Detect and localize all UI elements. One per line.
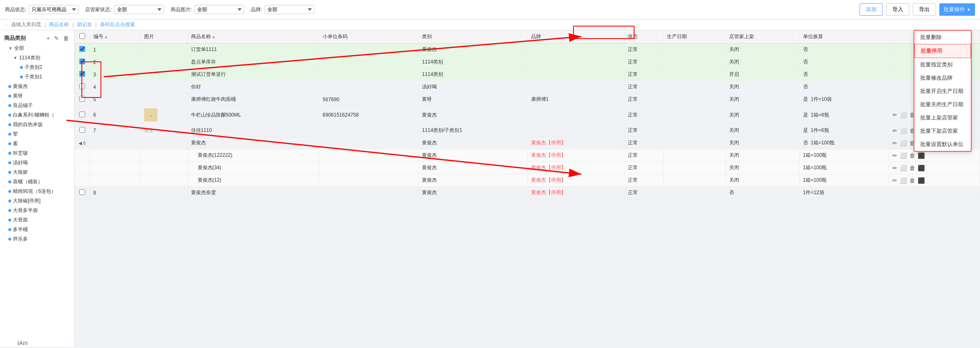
sidebar-item-daguduo[interactable]: 大骨多半袋 (2, 206, 74, 215)
sidebar-item-kazhiboo[interactable]: 咔芝啵 (2, 148, 74, 158)
sidebar-item-label: 大骨面 (13, 217, 28, 224)
export-button[interactable]: 导出 (913, 3, 936, 16)
cell-category: 黄俊杰 (419, 174, 527, 187)
copy-icon[interactable]: ⬜ (900, 112, 907, 118)
cell-proddate (664, 81, 726, 93)
more-icon[interactable]: ⬛ (918, 177, 925, 184)
sidebar-item-dagumian[interactable]: 大骨面 (2, 215, 74, 225)
table-row: 2 盘点单库存 1114类别 正常 关闭 否 (75, 56, 980, 68)
sidebar-item-dalaijiao-stop[interactable]: 大辣椒[停用] (2, 196, 74, 206)
sidebar-item-huangya[interactable]: 黄呀 (2, 91, 74, 101)
cell-shopon: 关闭 (725, 174, 799, 187)
more-icon[interactable]: ⬛ (918, 165, 925, 171)
row-checkbox[interactable] (79, 71, 85, 77)
batch-disable-item[interactable]: 批量停用 (914, 44, 971, 58)
sidebar-item-su[interactable]: 素 (2, 139, 74, 148)
link-barcode[interactable]: 条码后点击搜索 (100, 21, 135, 28)
sidebar-item-liangpin[interactable]: 良品铺子 (2, 101, 74, 110)
delete-icon[interactable]: 🗑 (909, 177, 915, 184)
batch-shelf-on-item[interactable]: 批量上架店管家 (914, 111, 971, 124)
minus-icon: ▼ (13, 56, 17, 60)
sidebar-item-duobantong[interactable]: 多半桶 (2, 225, 74, 234)
sidebar-item-xiluo[interactable]: 喜螺（桶装） (2, 177, 74, 187)
cell-barcode (319, 81, 419, 93)
copy-icon[interactable]: ⬜ (900, 165, 907, 171)
cell-proddate (664, 106, 726, 124)
shop-status-select[interactable]: 全部 (114, 5, 164, 14)
edit-icon[interactable]: ✏ (892, 112, 897, 118)
sidebar-item-all[interactable]: ▼ 全部 (2, 44, 74, 53)
batch-open-proddate-item[interactable]: 批量开启生产日期 (914, 85, 971, 98)
main-layout: 商品类别 + ✎ 🗑 ▼ 全部 ▼ 1114类别 (0, 30, 980, 347)
edit-icon[interactable]: ✏ (892, 127, 897, 134)
sidebar-item-huangjunjie[interactable]: 黄俊杰 (2, 82, 74, 91)
batch-brand-item[interactable]: 批量修改品牌 (914, 71, 971, 85)
copy-icon[interactable]: ⬜ (900, 127, 907, 134)
product-image-select[interactable]: 全部 (194, 5, 244, 14)
row-checkbox[interactable] (79, 83, 85, 89)
cell-barcode (319, 44, 419, 56)
delete-icon[interactable]: 🗑 (909, 165, 915, 171)
sidebar-item-1114[interactable]: ▼ 1114类别 (7, 53, 74, 63)
expand-icon[interactable]: ◀ 8 (78, 141, 86, 146)
cell-shopon: 开启 (725, 68, 799, 81)
copy-icon[interactable]: ⬜ (900, 140, 907, 146)
import-button[interactable]: 导入 (886, 3, 909, 16)
row-checkbox[interactable] (79, 127, 85, 133)
edit-icon[interactable]: ✏ (892, 152, 897, 159)
row-checkbox[interactable] (79, 58, 85, 64)
sidebar-item-baixiang[interactable]: 白象系列-螺蛳粉（ (2, 110, 74, 120)
sidebar-item-jingdun[interactable]: 精炖90克（6连包） (2, 187, 74, 196)
sidebar-item-subcat1[interactable]: 子类别1 (13, 72, 74, 82)
more-icon[interactable]: ⬛ (918, 152, 925, 159)
brand-disabled: 黄俊杰【停用】 (531, 152, 566, 158)
brand-label: 品牌: (251, 6, 262, 13)
copy-icon[interactable]: ⬜ (900, 152, 907, 159)
cell-shopon: 关闭 (725, 124, 799, 137)
cell-status: 正常 (624, 81, 664, 93)
cell-brand (527, 44, 624, 56)
cell-category: 1114类别 (419, 56, 527, 68)
add-button[interactable]: 添加 (860, 3, 883, 16)
sidebar-subgroup: 子类别2 子类别1 (7, 63, 74, 82)
brand-select[interactable]: 全部 (265, 5, 314, 14)
delete-category-button[interactable]: 🗑 (62, 34, 70, 42)
add-category-button[interactable]: + (45, 34, 51, 42)
sidebar-item-dalajiao[interactable]: 大辣娇 (2, 168, 74, 177)
batch-shelf-off-item[interactable]: 批量下架店管家 (914, 124, 971, 138)
link-mnemonic[interactable]: 助记名 (77, 21, 92, 28)
batch-default-unit-item[interactable]: 批量设置默认单位 (914, 138, 971, 151)
edit-icon[interactable]: ✏ (892, 165, 897, 171)
edit-icon[interactable]: ✏ (892, 140, 897, 146)
cell-status: 正常 (624, 56, 664, 68)
row-checkbox[interactable] (79, 96, 85, 102)
row-checkbox[interactable] (79, 189, 85, 195)
link-product-name[interactable]: 商品名称 (49, 21, 69, 28)
sidebar-item-label: 黄俊杰 (13, 83, 28, 90)
copy-icon[interactable]: ⬜ (900, 177, 907, 184)
link-continuous[interactable]: 连续入库归昆 (11, 21, 41, 28)
sidebar-item-hun[interactable]: 荤 (2, 129, 74, 139)
batch-category-item[interactable]: 批量指定类别 (914, 58, 971, 71)
dot-icon (8, 104, 11, 107)
dot-icon (8, 190, 11, 193)
batch-close-proddate-item[interactable]: 批量关闭生产日期 (914, 98, 971, 111)
edit-icon[interactable]: ✏ (892, 177, 897, 184)
sidebar-item-tanghao[interactable]: 汤好喝 (2, 158, 74, 168)
batch-delete-item[interactable]: 批量删除 (914, 31, 971, 44)
sidebar-item-subcat2[interactable]: 子类别2 (13, 63, 74, 72)
product-status-select[interactable]: 只展示可用商品 全部 (29, 5, 78, 14)
cell-id: 4 (90, 81, 140, 93)
sidebar: 商品类别 + ✎ 🗑 ▼ 全部 ▼ 1114类别 (0, 30, 75, 347)
edit-category-button[interactable]: ✎ (53, 34, 60, 42)
header-category: 类别 (419, 30, 527, 44)
row-checkbox[interactable] (79, 112, 85, 117)
select-all-checkbox[interactable] (79, 33, 85, 39)
sidebar-item-ziremifan[interactable]: 我的自热米饭 (2, 120, 74, 129)
delete-icon[interactable]: 🗑 (909, 152, 915, 159)
row-checkbox[interactable] (79, 46, 85, 52)
sidebar-item-banledduo[interactable]: 拌乐多 (2, 234, 74, 244)
cell-image (140, 187, 187, 199)
batch-button[interactable]: 批量操作 ▼ (939, 3, 975, 16)
cell-category: 1114类别/子类别1 (419, 124, 527, 137)
